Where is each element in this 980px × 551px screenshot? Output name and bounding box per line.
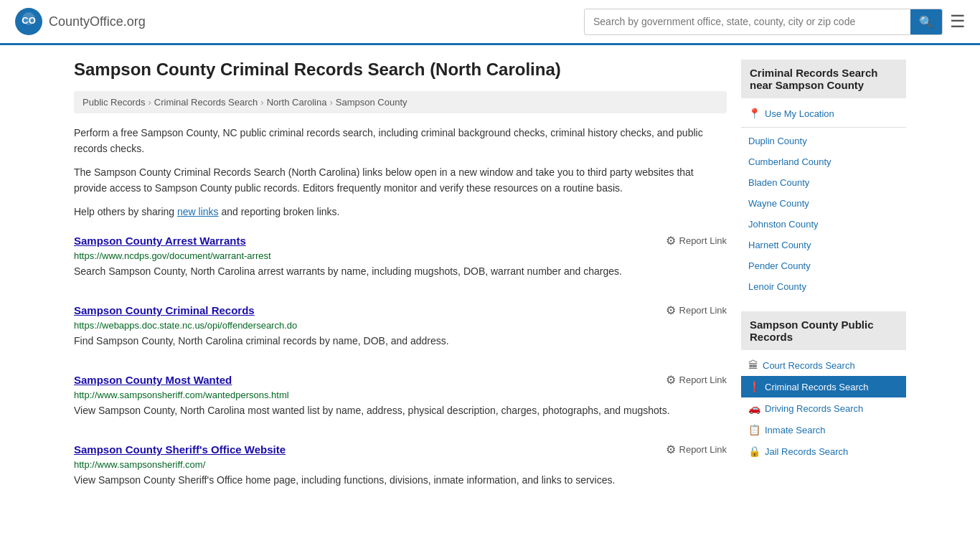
report-link-label: Report Link [679, 375, 727, 385]
sidebar-inmate-search[interactable]: 📋 Inmate Search [741, 419, 906, 441]
hamburger-menu-icon[interactable]: ☰ [950, 11, 966, 32]
criminal-icon: ❗ [748, 381, 760, 392]
sidebar-criminal-label: Criminal Records Search [765, 382, 869, 392]
page-header: CO CountyOffice.org 🔍 ☰ [0, 0, 980, 45]
svg-text:CO: CO [22, 15, 36, 26]
sidebar-public-records-section: Sampson County Public Records 🏛 Court Re… [741, 311, 906, 462]
record-url[interactable]: https://www.ncdps.gov/document/warrant-a… [74, 250, 727, 261]
report-link-button[interactable]: ⚙ Report Link [666, 373, 727, 387]
report-icon: ⚙ [666, 443, 676, 456]
breadcrumb-north-carolina[interactable]: North Carolina [267, 97, 327, 108]
record-item: Sampson County Criminal Records ⚙ Report… [74, 303, 727, 356]
main-content: Sampson County Criminal Records Search (… [74, 60, 727, 512]
sidebar-county-duplin[interactable]: Duplin County [741, 131, 906, 151]
sidebar-jail-records[interactable]: 🔒 Jail Records Search [741, 441, 906, 462]
new-links-link[interactable]: new links [177, 206, 219, 217]
record-item: Sampson County Most Wanted ⚙ Report Link… [74, 373, 727, 425]
sidebar-inmate-label: Inmate Search [765, 425, 826, 435]
search-bar: 🔍 [584, 9, 943, 35]
record-header: Sampson County Sheriff's Office Website … [74, 443, 727, 456]
logo-text: CountyOffice.org [49, 14, 146, 29]
sidebar-jail-label: Jail Records Search [765, 446, 848, 457]
breadcrumb-sampson-county[interactable]: Sampson County [336, 97, 407, 108]
report-icon: ⚙ [666, 234, 676, 248]
sidebar-county-harnett[interactable]: Harnett County [741, 235, 906, 255]
record-description: View Sampson County, North Carolina most… [74, 403, 727, 418]
sidebar-county-cumberland[interactable]: Cumberland County [741, 151, 906, 172]
record-title[interactable]: Sampson County Sheriff's Office Website [74, 443, 286, 456]
record-header: Sampson County Arrest Warrants ⚙ Report … [74, 234, 727, 248]
sidebar-nearby-section: Criminal Records Search near Sampson Cou… [741, 60, 906, 297]
sidebar-county-bladen[interactable]: Bladen County [741, 172, 906, 193]
record-item: Sampson County Arrest Warrants ⚙ Report … [74, 234, 727, 286]
record-header: Sampson County Most Wanted ⚙ Report Link [74, 373, 727, 387]
report-link-button[interactable]: ⚙ Report Link [666, 303, 727, 317]
divider [741, 127, 906, 128]
sidebar-criminal-records[interactable]: ❗ Criminal Records Search [741, 376, 906, 397]
logo[interactable]: CO CountyOffice.org [14, 7, 146, 36]
record-title[interactable]: Sampson County Criminal Records [74, 304, 255, 316]
report-icon: ⚙ [666, 303, 676, 317]
car-icon: 🚗 [748, 402, 760, 414]
sidebar-county-pender[interactable]: Pender County [741, 255, 906, 276]
location-pin-icon: 📍 [748, 108, 760, 119]
record-description: Search Sampson County, North Carolina ar… [74, 264, 727, 279]
description-para2: The Sampson County Criminal Records Sear… [74, 164, 727, 197]
use-my-location-label: Use My Location [765, 108, 834, 119]
report-icon: ⚙ [666, 373, 676, 387]
sidebar-court-label: Court Records Search [763, 360, 855, 371]
report-link-label: Report Link [679, 444, 727, 455]
main-container: Sampson County Criminal Records Search (… [60, 45, 920, 527]
breadcrumb-public-records[interactable]: Public Records [83, 97, 145, 108]
sidebar-driving-records[interactable]: 🚗 Driving Records Search [741, 397, 906, 419]
record-url[interactable]: http://www.sampsonsheriff.com/ [74, 459, 727, 470]
sidebar-section1-header: Criminal Records Search near Sampson Cou… [741, 60, 906, 98]
record-description: View Sampson County Sheriff's Office hom… [74, 473, 727, 488]
search-button[interactable]: 🔍 [910, 9, 942, 34]
sidebar-county-johnston[interactable]: Johnston County [741, 214, 906, 235]
use-my-location-button[interactable]: 📍 Use My Location [741, 103, 906, 124]
sidebar: Criminal Records Search near Sampson Cou… [741, 60, 906, 512]
description-para3: Help others by sharing new links and rep… [74, 204, 727, 220]
breadcrumb-criminal-records[interactable]: Criminal Records Search [154, 97, 258, 108]
header-right: 🔍 ☰ [584, 9, 966, 35]
record-title[interactable]: Sampson County Most Wanted [74, 374, 232, 386]
record-title[interactable]: Sampson County Arrest Warrants [74, 235, 246, 247]
record-description: Find Sampson County, North Carolina crim… [74, 334, 727, 349]
sidebar-section2-header: Sampson County Public Records [741, 311, 906, 350]
logo-icon: CO [14, 7, 43, 36]
report-link-label: Report Link [679, 305, 727, 316]
report-link-button[interactable]: ⚙ Report Link [666, 234, 727, 248]
court-icon: 🏛 [748, 359, 758, 371]
description-para1: Perform a free Sampson County, NC public… [74, 125, 727, 157]
jail-icon: 🔒 [748, 446, 760, 457]
record-url[interactable]: https://webapps.doc.state.nc.us/opi/offe… [74, 320, 727, 331]
breadcrumb: Public Records › Criminal Records Search… [74, 91, 727, 113]
record-item: Sampson County Sheriff's Office Website … [74, 443, 727, 495]
report-link-button[interactable]: ⚙ Report Link [666, 443, 727, 456]
search-input[interactable] [585, 10, 910, 33]
records-list: Sampson County Arrest Warrants ⚙ Report … [74, 234, 727, 495]
record-header: Sampson County Criminal Records ⚙ Report… [74, 303, 727, 317]
sidebar-court-records[interactable]: 🏛 Court Records Search [741, 354, 906, 376]
inmate-icon: 📋 [748, 424, 760, 435]
page-title: Sampson County Criminal Records Search (… [74, 60, 727, 80]
record-url[interactable]: http://www.sampsonsheriff.com/wantedpers… [74, 390, 727, 400]
sidebar-county-lenoir[interactable]: Lenoir County [741, 276, 906, 297]
report-link-label: Report Link [679, 235, 727, 246]
sidebar-driving-label: Driving Records Search [765, 403, 863, 414]
sidebar-county-wayne[interactable]: Wayne County [741, 193, 906, 214]
